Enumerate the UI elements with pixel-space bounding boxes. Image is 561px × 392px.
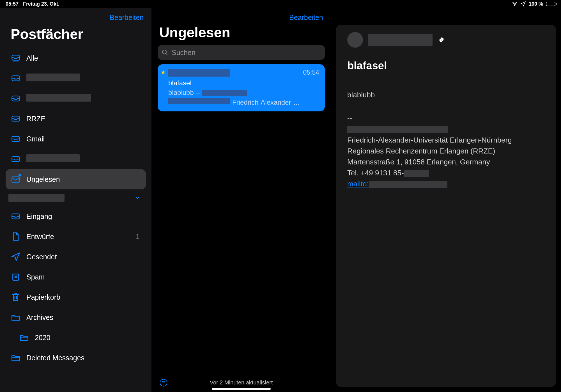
sidebar-item-label: RRZE (26, 115, 141, 123)
sidebar-account-header[interactable] (6, 189, 146, 206)
sidebar-item-label: Papierkorb (26, 293, 141, 301)
sidebar-item-label (26, 74, 141, 83)
detail-sender-redacted (368, 34, 433, 46)
signature-line-redacted (347, 124, 545, 135)
search-placeholder: Suchen (172, 49, 196, 57)
signature-line: Regionales Rechenzentrum Erlangen (RRZE) (347, 146, 545, 157)
filter-icon[interactable] (159, 379, 168, 387)
sidebar-item-label: 2020 (35, 334, 141, 342)
sidebar-folder-item[interactable]: Spam (6, 267, 146, 287)
sidebar-item-label (26, 94, 141, 103)
tray-icon (11, 211, 21, 221)
svg-line-11 (166, 53, 167, 55)
svg-point-0 (514, 5, 515, 6)
envelope-dot-icon (11, 174, 21, 184)
signature-line: Martensstraße 1, 91058 Erlangen, Germany (347, 157, 545, 168)
verified-icon (439, 37, 444, 43)
svg-point-10 (162, 50, 166, 54)
sidebar-item-label: Deleted Messages (26, 354, 141, 362)
sidebar-folder-item[interactable]: Papierkorb (6, 287, 146, 307)
sidebar-title: Postfächer (0, 24, 151, 48)
signature-mailto[interactable]: mailto: (347, 178, 545, 189)
sidebar-folder-item[interactable]: Eingang (6, 206, 146, 226)
avatar (347, 32, 363, 48)
account-name-redacted (8, 194, 65, 202)
wifi-icon (512, 1, 518, 7)
statusbar-time: 05:57 (6, 1, 19, 7)
sidebar-item-label: Gmail (26, 135, 141, 143)
message-sender-redacted (168, 69, 230, 77)
doc-icon (11, 231, 21, 242)
messagelist-title: Ungelesen (151, 23, 331, 45)
statusbar-battery-text: 100 % (529, 1, 543, 7)
sidebar-item-label: Entwürfe (26, 233, 130, 241)
tray-icon (11, 114, 21, 124)
status-bar: 05:57 Freitag 23. Okt. 100 % (0, 0, 561, 8)
sidebar-mailbox-item[interactable] (6, 88, 146, 109)
message-subject: blafasel (168, 79, 319, 88)
trash-icon (11, 292, 21, 302)
battery-icon (546, 2, 555, 6)
body-line: blablubb (347, 90, 545, 100)
location-icon (520, 1, 526, 7)
star-icon: ★ (160, 68, 166, 77)
tray-icon (11, 93, 21, 104)
message-row[interactable]: ★ 05:54 blafasel blablubb -- Friedrich-A… (158, 64, 325, 111)
sidebar-folder-item[interactable]: Gesendet (6, 247, 146, 267)
message-detail-pane: blafasel blablubb -- Friedrich-Alexander… (331, 8, 561, 392)
messagelist-status: Vor 2 Minuten aktualisiert (210, 379, 273, 386)
message-time: 05:54 (303, 68, 319, 77)
search-input[interactable]: Suchen (158, 45, 325, 60)
sidebar-item-label: Spam (26, 273, 141, 281)
sidebar-item-label (26, 154, 141, 164)
sidebar-mailbox-item[interactable]: Gmail (6, 129, 146, 149)
mailboxes-sidebar: Bearbeiten Postfächer AlleRRZEGmailUngel… (0, 8, 151, 392)
sidebar-mailbox-item[interactable] (6, 149, 146, 169)
sidebar-folder-item[interactable]: 2020 (6, 327, 146, 348)
tray-icon (11, 134, 21, 144)
tray-icon (11, 154, 21, 164)
sidebar-mailbox-item[interactable] (6, 68, 146, 88)
folder-icon (11, 312, 21, 322)
signature-sep: -- (347, 113, 545, 124)
home-indicator (212, 388, 271, 390)
message-detail-card: blafasel blablubb -- Friedrich-Alexander… (336, 25, 556, 387)
folder-icon (19, 333, 29, 343)
detail-body: blablubb -- Friedrich-Alexander-Universi… (347, 90, 545, 189)
sidebar-folder-item[interactable]: Deleted Messages (6, 348, 146, 368)
junk-icon (11, 272, 21, 282)
tray-icon (11, 73, 21, 83)
message-preview-2: Friedrich-Alexander-… (168, 98, 319, 107)
signature-tel: Tel. +49 9131 85- (347, 168, 545, 178)
search-icon (162, 49, 168, 56)
message-preview-1: blablubb -- (168, 88, 319, 97)
sidebar-mailbox-item[interactable]: RRZE (6, 109, 146, 129)
messagelist-edit-button[interactable]: Bearbeiten (151, 8, 331, 23)
sidebar-item-count: 1 (136, 233, 140, 241)
sidebar-folder-item[interactable]: Archives (6, 307, 146, 327)
tray-all-icon (11, 53, 21, 63)
sidebar-list: AlleRRZEGmailUngelesenEingangEntwürfe1Ge… (0, 48, 151, 392)
sidebar-item-label: Alle (26, 54, 141, 62)
signature-line: Friedrich-Alexander-Universität Erlangen… (347, 135, 545, 146)
sidebar-item-label: Ungelesen (26, 175, 141, 184)
sidebar-item-label: Gesendet (26, 253, 141, 261)
sidebar-item-label: Eingang (26, 212, 141, 221)
folder-icon (11, 353, 21, 363)
sidebar-edit-button[interactable]: Bearbeiten (0, 11, 151, 24)
svg-rect-7 (12, 177, 20, 182)
statusbar-date: Freitag 23. Okt. (23, 1, 59, 7)
sidebar-folder-item[interactable]: Entwürfe1 (6, 226, 146, 247)
chevron-down-icon (134, 194, 141, 201)
message-list-pane: Bearbeiten Ungelesen Suchen ★ 05:54 blaf… (151, 8, 331, 392)
sidebar-mailbox-item[interactable]: Alle (6, 48, 146, 68)
send-icon (11, 252, 21, 262)
detail-header (347, 32, 545, 48)
sidebar-item-label: Archives (26, 313, 141, 322)
detail-subject: blafasel (347, 58, 545, 74)
sidebar-mailbox-item[interactable]: Ungelesen (6, 169, 146, 189)
